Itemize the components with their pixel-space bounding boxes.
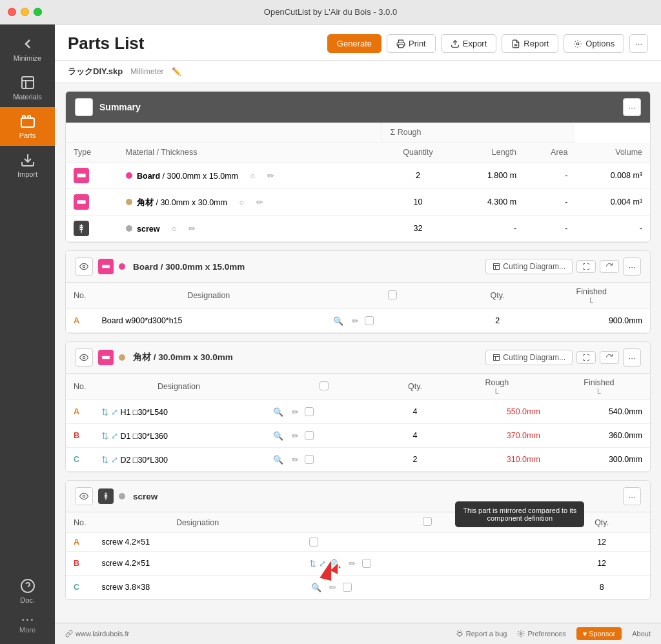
summary-visibility-button[interactable] [75,98,93,116]
edit-icon[interactable]: ✏ [345,556,360,570]
sort-icon[interactable]: ⇅ [101,407,108,417]
kakuzai-header-left: 角材 / 30.0mm x 30.0mm [75,348,233,367]
svg-rect-11 [77,174,85,177]
footer-right: Report a bug Preferences ♥ Sponsor About [456,627,651,640]
sidebar-parts-label: Parts [19,132,36,139]
qty-cell: 10 [382,189,454,216]
search-icon[interactable]: 🔍 [271,452,285,467]
summary-more-button[interactable]: ··· [623,98,641,116]
eye-icon [79,262,88,271]
options-button[interactable]: Options [564,34,624,53]
kakuzai-svg [76,197,86,207]
generate-button[interactable]: Generate [327,34,381,53]
sponsor-button[interactable]: ♥ Sponsor [576,627,622,640]
sidebar-item-materials[interactable]: Materials [0,68,55,107]
sidebar-item-doc[interactable]: Doc. [19,572,36,610]
main-content: Parts List Generate Print Export Report [55,25,661,644]
parts-icon [20,114,36,129]
minimize-button[interactable] [21,8,29,16]
row-checkbox[interactable] [305,455,314,464]
row-actions: 🔍 ✏ [271,428,376,443]
unit-label: Millimeter [130,67,163,76]
board-header-right: Cutting Diagram... ··· [485,257,641,276]
fit-icon [582,354,590,361]
kakuzai-rotate-button[interactable] [600,351,619,364]
edit-icon[interactable]: ✏ [348,314,362,328]
kakuzai-visibility-button[interactable] [75,348,93,367]
material-cell: 角材 / 30.0mm x 30.0mm ○ ✏ [118,189,382,216]
table-row: A ⇅ ⤢ H1 □30*L540 🔍 ✏ [66,400,650,424]
link-icon [65,630,73,638]
move-icon[interactable]: ⤢ [111,431,118,441]
area-cell: - [524,216,575,242]
board-fit-button[interactable] [576,260,596,273]
about-link[interactable]: About [632,630,651,638]
help-icon [20,578,36,594]
circle-icon[interactable]: ○ [245,168,259,183]
kakuzai-more-button[interactable]: ··· [623,348,641,367]
finished-header: Finished L [548,374,650,400]
row-label-a: A [66,533,94,552]
row-checkbox[interactable] [305,431,314,440]
website-link[interactable]: www.lairdubois.fr [65,630,129,638]
move-icon[interactable]: ⤢ [111,455,118,465]
kakuzai-cutting-diagram-button[interactable]: Cutting Diagram... [485,350,573,365]
screw-select-all-checkbox[interactable] [423,517,432,526]
row-actions: ○ ✏ [245,168,278,183]
row-label-b: B [66,424,94,448]
kakuzai-fit-button[interactable] [576,351,596,364]
traffic-lights [8,8,42,16]
sidebar-item-parts[interactable]: Parts [0,107,55,146]
circle-icon[interactable]: ○ [234,195,249,209]
sort-icon[interactable]: ⇅ [101,431,108,441]
row-checkbox[interactable] [309,538,318,547]
close-button[interactable] [8,8,16,16]
board-shape-icon [101,262,110,271]
report-button[interactable]: Report [502,34,558,53]
row-checkbox[interactable] [362,559,371,568]
sidebar-item-minimize[interactable]: Minimize [0,30,55,68]
move-icon[interactable]: ⤢ [111,407,118,417]
sidebar-import-label: Import [17,170,37,178]
row-checkbox[interactable] [365,316,374,325]
designation-cell: ⇅ ⤢ D1 □30*L360 [94,424,263,448]
edit-unit-icon[interactable]: ✏️ [172,67,181,76]
sidebar-item-import[interactable]: Import [0,146,55,185]
board-rotate-button[interactable] [600,260,619,273]
row-checkbox[interactable] [305,407,314,416]
report-bug-link[interactable]: Report a bug [456,630,507,638]
screw-visibility-button[interactable] [75,487,93,505]
material-header: Material / Thickness [118,143,382,163]
edit-icon[interactable]: ✏ [252,195,267,209]
tooltip: This part is mirrored compared to its co… [455,501,584,527]
row-actions: ○ ✏ [167,221,199,236]
search-icon[interactable]: 🔍 [331,314,345,328]
row-checkbox[interactable] [343,583,352,592]
board-more-button[interactable]: ··· [623,257,641,276]
more-button[interactable]: ··· [629,34,648,53]
search-icon[interactable]: 🔍 [271,405,285,419]
select-all-checkbox[interactable] [388,290,397,299]
search-icon[interactable]: 🔍 [271,428,285,443]
edit-icon[interactable]: ✏ [185,221,199,236]
print-button[interactable]: Print [387,34,436,53]
preferences-link[interactable]: Preferences [517,630,565,638]
cutting-diagram-button[interactable]: Cutting Diagram... [485,259,573,274]
summary-title: Summary [99,102,141,112]
circle-icon[interactable]: ○ [167,221,181,236]
sort-icon[interactable]: ⇅ [101,455,108,465]
screw-more-button[interactable]: ··· [623,487,641,505]
row-actions: 🔍 ✏ [331,314,454,328]
edit-icon[interactable]: ✏ [263,168,278,183]
edit-icon[interactable]: ✏ [288,452,302,467]
screw-section-title: screw [133,492,158,501]
edit-icon[interactable]: ✏ [288,428,302,443]
edit-icon[interactable]: ✏ [288,405,302,419]
maximize-button[interactable] [34,8,42,16]
sidebar-bottom: Doc. • • • More [19,572,36,639]
board-visibility-button[interactable] [75,257,93,276]
kakuzai-select-all-checkbox[interactable] [320,381,329,390]
row-actions: ⇅ ⤢ 🔍 ✏ [309,556,546,570]
export-button[interactable]: Export [441,34,497,53]
sidebar-more[interactable]: • • • More [19,610,36,639]
